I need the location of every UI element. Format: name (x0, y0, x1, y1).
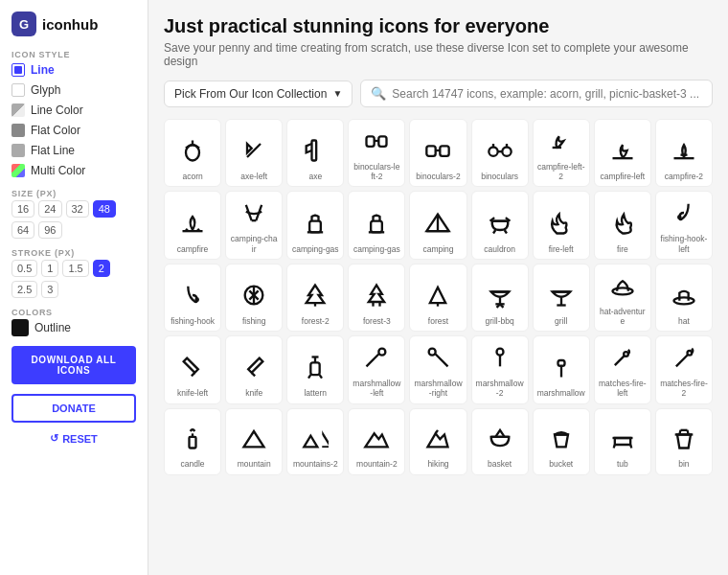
icon-cell-cauldron[interactable]: cauldron (471, 191, 529, 259)
size-64[interactable]: 64 (11, 221, 34, 239)
stroke-0-5[interactable]: 0.5 (11, 260, 37, 277)
icon-cell-campfire[interactable]: campfire (164, 191, 221, 259)
icon-cell-bucket[interactable]: bucket (533, 408, 590, 475)
svg-line-55 (308, 375, 310, 379)
style-item-line[interactable]: Line (11, 61, 136, 79)
icon-cell-binoculars-left-2[interactable]: binoculars-left-2 (348, 119, 405, 187)
size-16[interactable]: 16 (11, 200, 34, 218)
stroke-row: 0.5 1 1.5 2 2.5 3 (11, 260, 136, 298)
svg-rect-7 (427, 147, 436, 157)
style-item-multi-color[interactable]: Multi Color (11, 162, 136, 179)
reset-icon: ↺ (50, 432, 58, 445)
reset-button[interactable]: ↺ RESET (11, 432, 136, 445)
icon-svg-marshmallow (548, 354, 575, 384)
download-all-icons-button[interactable]: DOWNLOAD ALL ICONS (11, 346, 136, 384)
icon-label-camping-chair: camping-chair (230, 234, 278, 253)
style-item-flat-color[interactable]: Flat Color (11, 122, 136, 139)
icon-cell-fishing[interactable]: fishing (225, 264, 283, 332)
icon-cell-camping-gas[interactable]: camping-gas (348, 191, 405, 259)
icon-cell-marshmallow-right[interactable]: marshmallow-right (409, 335, 466, 403)
outline-color-swatch[interactable] (11, 319, 29, 336)
icon-cell-hat[interactable]: hat (655, 264, 713, 332)
icon-cell-grill-bbq[interactable]: grill-bbq (471, 264, 529, 332)
icon-cell-mountains-2[interactable]: mountains-2 (286, 408, 344, 475)
style-item-glyph[interactable]: Glyph (11, 81, 136, 99)
flat-line-swatch (11, 144, 25, 157)
icon-cell-marshmallow-2[interactable]: marshmallow-2 (471, 335, 529, 403)
search-input[interactable] (392, 87, 702, 101)
icon-cell-bin[interactable]: bin (655, 408, 713, 475)
icon-cell-fishing-hook[interactable]: fishing-hook (164, 264, 221, 332)
icon-label-bin: bin (678, 459, 689, 469)
icon-svg-binoculars-2 (424, 137, 451, 168)
icon-style-section: ICON STYLE Line Glyph Line Color Flat Co… (11, 50, 136, 179)
icon-svg-matches-fire-left (609, 344, 636, 375)
icon-cell-hat-adventure[interactable]: hat-adventure (594, 264, 651, 332)
icon-cell-acorn[interactable]: acorn (164, 119, 221, 187)
icon-cell-forest-2[interactable]: forest-2 (286, 264, 344, 332)
icon-svg-marshmallow-right (424, 344, 451, 375)
style-item-flat-line[interactable]: Flat Line (11, 142, 136, 159)
line-checkbox[interactable] (11, 63, 25, 77)
style-item-line-color[interactable]: Line Color (11, 102, 136, 119)
icon-cell-binoculars[interactable]: binoculars (471, 119, 529, 187)
icon-cell-matches-fire-left[interactable]: matches-fire-left (594, 335, 651, 403)
icon-label-hat-adventure: hat-adventure (599, 307, 647, 326)
icon-cell-camping[interactable]: camping (409, 191, 466, 259)
stroke-2[interactable]: 2 (93, 260, 110, 277)
icon-cell-matches-fire-2[interactable]: matches-fire-2 (655, 335, 713, 403)
icon-cell-tub[interactable]: tub (594, 408, 651, 475)
icon-cell-candle[interactable]: candle (164, 408, 221, 475)
flat-color-swatch (11, 124, 25, 137)
stroke-2-5[interactable]: 2.5 (11, 281, 37, 298)
size-24[interactable]: 24 (38, 200, 61, 218)
icon-label-fishing: fishing (242, 316, 266, 326)
icon-svg-campfire-left-2 (548, 127, 575, 158)
icon-cell-fire-left[interactable]: fire-left (533, 191, 590, 259)
icon-cell-axe-left[interactable]: axe-left (225, 119, 283, 187)
icon-svg-hat-adventure (609, 272, 636, 303)
icon-cell-marshmallow-left[interactable]: marshmallow-left (348, 335, 405, 403)
icon-svg-grill (548, 282, 575, 312)
icon-cell-fire[interactable]: fire (594, 191, 651, 259)
icon-cell-lattern[interactable]: lattern (286, 335, 344, 403)
icon-label-marshmallow-left: marshmallow-left (353, 379, 400, 398)
size-48[interactable]: 48 (93, 200, 116, 218)
svg-rect-4 (367, 136, 375, 147)
icon-cell-axe[interactable]: axe (286, 119, 344, 187)
icon-label-mountain: mountain (238, 459, 271, 469)
svg-line-67 (676, 355, 689, 367)
icon-cell-campfire-left-2[interactable]: campfire-left-2 (533, 119, 590, 187)
icon-cell-hiking[interactable]: hiking (409, 408, 466, 475)
glyph-checkbox[interactable] (11, 83, 25, 97)
size-96[interactable]: 96 (38, 221, 61, 239)
icon-cell-basket[interactable]: basket (471, 408, 529, 475)
icon-cell-fishing-hook-left[interactable]: fishing-hook-left (655, 191, 713, 259)
icon-cell-campfire-2[interactable]: campfire-2 (655, 119, 713, 187)
icon-cell-forest-3[interactable]: forest-3 (348, 264, 405, 332)
collection-dropdown[interactable]: Pick From Our Icon Collection ▼ (164, 80, 353, 107)
stroke-1[interactable]: 1 (41, 260, 58, 277)
size-32[interactable]: 32 (66, 200, 89, 218)
icon-cell-mountain-2[interactable]: mountain-2 (348, 408, 405, 475)
stroke-3[interactable]: 3 (41, 281, 58, 298)
icon-cell-binoculars-2[interactable]: binoculars-2 (409, 119, 466, 187)
icon-svg-binoculars (487, 137, 513, 168)
icon-cell-knife[interactable]: knife (225, 335, 283, 403)
icon-cell-mountain[interactable]: mountain (225, 408, 283, 475)
collection-label: Pick From Our Icon Collection (174, 87, 327, 101)
icon-cell-knife-left[interactable]: knife-left (164, 335, 221, 403)
donate-button[interactable]: DONATE (11, 394, 136, 423)
icon-cell-grill[interactable]: grill (533, 264, 590, 332)
icon-cell-camping-gas[interactable]: camping-gas (286, 191, 344, 259)
icon-cell-marshmallow[interactable]: marshmallow (533, 335, 590, 403)
icon-label-fire-left: fire-left (549, 244, 574, 254)
icon-svg-camping (424, 210, 451, 241)
svg-point-49 (673, 297, 694, 304)
icon-svg-fire-left (548, 210, 575, 241)
stroke-1-5[interactable]: 1.5 (62, 260, 88, 277)
search-input-wrap: 🔍 (360, 80, 713, 107)
icon-cell-campfire-left[interactable]: campfire-left (594, 119, 651, 187)
icon-cell-forest[interactable]: forest (409, 264, 466, 332)
icon-cell-camping-chair[interactable]: camping-chair (225, 191, 283, 259)
